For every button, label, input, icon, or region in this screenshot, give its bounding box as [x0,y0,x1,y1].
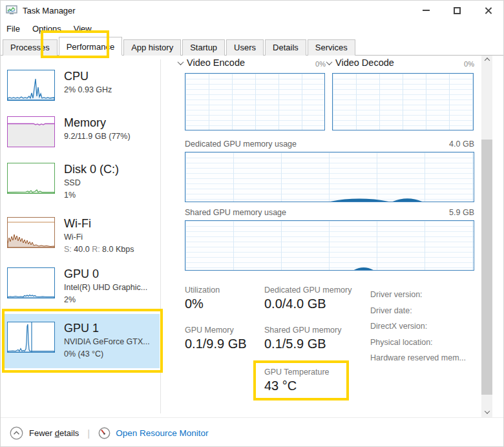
menu-file[interactable]: File [6,24,20,34]
close-icon [484,6,492,15]
sidebar-gpu0-name: Intel(R) UHD Graphic... [64,282,147,294]
sidebar-item-cpu[interactable]: CPU 2% 0.93 GHz [7,70,157,101]
stat-utilization-label: Utilization [185,286,220,295]
tab-startup[interactable]: Startup [182,39,225,56]
circle-chevron-up-icon [10,426,23,440]
info-driver-version: Driver version: [370,287,466,303]
sidebar-gpu0-title: GPU 0 [64,267,147,281]
fewer-details-button[interactable]: Fewer details [10,426,79,440]
dedicated-memory-chart-title: Dedicated GPU memory usage [185,140,297,149]
task-manager-window: Task Manager File Options View Processes… [0,0,504,447]
scroll-up-button[interactable] [481,56,492,67]
gpu1-mini-chart [7,322,55,353]
tab-processes[interactable]: Processes [3,39,58,56]
sidebar-item-disk0[interactable]: Disk 0 (C:) SSD 1% [7,163,157,202]
stat-gpu-memory-label: GPU Memory [185,326,247,335]
resource-monitor-gauge-icon [98,427,110,439]
chevron-down-icon [326,59,333,65]
dedicated-memory-chart [185,152,474,202]
sidebar-cpu-title: CPU [64,70,112,83]
open-resource-monitor-label: Open Resource Monitor [116,428,208,438]
video-encode-chart [185,73,325,130]
sidebar-wifi-name: Wi-Fi [64,232,134,244]
shared-memory-chart-title: Shared GPU memory usage [185,208,286,217]
sidebar-item-wifi[interactable]: Wi-Fi Wi-Fi S: 40.0 R: 8.0 Kbps [7,217,157,256]
open-resource-monitor-link[interactable]: Open Resource Monitor [98,427,208,439]
sidebar-gpu1-stats: 0% (43 °C) [64,349,150,360]
gpu-detail-panel: Video Encode 0% Video Decode 0% Dedicate… [176,56,479,417]
chevron-down-icon [484,408,489,413]
tab-users[interactable]: Users [226,39,264,56]
stat-gpu-memory: GPU Memory 0.1/9.9 GB [185,326,247,351]
info-directx-version: DirectX version: [370,318,466,335]
tab-services[interactable]: Services [308,39,355,56]
stat-dedicated-memory-label: Dedicated GPU memory [264,286,352,295]
sidebar-divider [160,59,161,413]
maximize-button[interactable] [441,1,472,20]
stat-shared-memory-label: Shared GPU memory [264,326,341,335]
stat-shared-memory-value: 0.1/5.9 GB [264,337,341,351]
sidebar-wifi-title: Wi-Fi [64,217,134,231]
minimize-button[interactable] [410,1,441,20]
disk-mini-chart [7,163,55,194]
stat-dedicated-memory-value: 0.0/4.0 GB [264,296,352,311]
info-hardware-reserved: Hardware reserved mem... [370,350,466,366]
video-decode-header: Video Decode [327,57,394,68]
sidebar-wifi-stats: S: 40.0 R: 8.0 Kbps [64,244,134,256]
window-controls [410,1,503,20]
window-title: Task Manager [23,6,76,16]
chevron-down-icon [178,59,184,65]
stat-gpu-temperature: GPU Temperature 43 °C [264,368,330,393]
sidebar-memory-stats: 9.2/11.9 GB (77%) [64,131,131,143]
stat-dedicated-memory: Dedicated GPU memory 0.0/4.0 GB [264,286,352,311]
scroll-down-button[interactable] [481,406,492,417]
sidebar-disk-title: Disk 0 (C:) [64,163,119,176]
video-decode-title: Video Decode [335,57,394,68]
wifi-mini-chart [7,217,55,248]
video-decode-value: 0% [451,60,474,68]
fewer-details-label: Fewer details [29,428,79,438]
vertical-scrollbar[interactable] [481,56,492,417]
menu-view[interactable]: View [74,24,92,34]
info-driver-date: Driver date: [370,303,466,319]
sidebar-gpu1-title: GPU 1 [64,322,150,335]
sidebar-item-memory[interactable]: Memory 9.2/11.9 GB (77%) [7,116,157,147]
tab-strip: Processes Performance App history Startu… [1,37,503,56]
sidebar-disk-stats: 1% [64,190,119,202]
shared-memory-chart-max: 5.9 GB [423,208,474,217]
scrollbar-thumb[interactable] [481,140,492,395]
tab-app-history[interactable]: App history [123,39,181,56]
stat-gpu-memory-value: 0.1/9.9 GB [185,337,247,351]
stat-shared-memory: Shared GPU memory 0.1/5.9 GB [264,326,341,351]
sidebar-item-gpu0[interactable]: GPU 0 Intel(R) UHD Graphic... 2% [7,267,157,306]
stat-gpu-temperature-value: 43 °C [264,379,330,393]
status-bar: Fewer details | Open Resource Monitor [1,417,503,447]
title-bar: Task Manager [1,1,503,20]
menu-options[interactable]: Options [32,24,61,34]
video-decode-chart [332,73,474,130]
driver-info-column: Driver version: Driver date: DirectX ver… [370,287,466,366]
gpu0-mini-chart [7,267,55,298]
footer-separator: | [87,428,90,439]
tab-details[interactable]: Details [265,39,306,56]
sidebar-item-gpu1[interactable]: GPU 1 NVIDIA GeForce GTX... 0% (43 °C) [7,322,157,360]
dedicated-memory-chart-max: 4.0 GB [423,140,474,149]
tab-performance[interactable]: Performance [59,37,122,56]
stat-utilization: Utilization 0% [185,286,220,311]
maximize-icon [454,7,461,14]
video-encode-value: 0% [302,60,326,68]
sidebar-disk-type: SSD [64,178,119,189]
menu-bar: File Options View [1,20,503,37]
sidebar-gpu0-stats: 2% [64,295,147,306]
app-icon [6,5,17,16]
performance-sidebar: CPU 2% 0.93 GHz Memory 9.2/11.9 GB (77%) [1,56,162,417]
close-button[interactable] [472,1,503,20]
memory-mini-chart [7,116,55,147]
stat-gpu-temperature-label: GPU Temperature [264,368,330,377]
sidebar-cpu-stats: 2% 0.93 GHz [64,85,112,96]
chevron-up-icon [484,57,489,63]
performance-content: CPU 2% 0.93 GHz Memory 9.2/11.9 GB (77%) [1,56,503,417]
stat-utilization-value: 0% [185,296,220,311]
video-encode-title: Video Encode [187,57,245,68]
minimize-icon [423,10,430,11]
